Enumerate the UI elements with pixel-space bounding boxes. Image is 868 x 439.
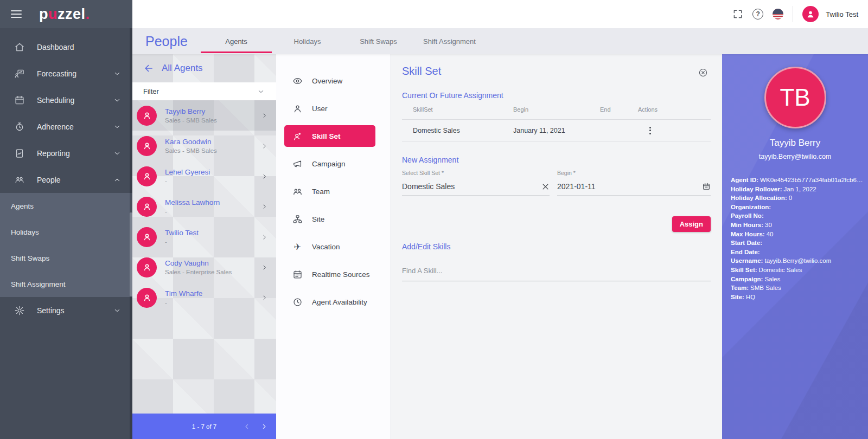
profile-field-organization: Organization: — [731, 203, 864, 212]
profile-field-campaign: Campaign:Sales — [731, 275, 864, 284]
topbar: ? Twilio Test — [132, 0, 868, 28]
page-title: People — [145, 34, 189, 49]
table-row: Domestic Sales January 11, 2021 — [402, 119, 711, 141]
detail-nav-user[interactable]: User — [276, 95, 391, 122]
agent-list-item[interactable]: Tim Wharfe- — [132, 282, 276, 313]
assignment-table: SkillSet Begin End Actions Domestic Sale… — [402, 100, 711, 141]
profile-field-min-hours: Min Hours:30 — [731, 221, 864, 230]
select-skill-set-field: Select Skill Set * — [402, 170, 550, 196]
chevron-right-icon — [260, 142, 269, 150]
tab-shift-swaps[interactable]: Shift Swaps — [343, 28, 414, 54]
find-skill-input[interactable] — [402, 267, 711, 275]
pagination-prev-icon[interactable] — [242, 422, 251, 431]
agent-list-item[interactable]: Twilio Test- — [132, 222, 276, 252]
chevron-down-icon — [113, 122, 122, 131]
detail-nav-team[interactable]: Team — [276, 178, 391, 205]
pagination-label: 1 - 7 of 7 — [132, 423, 276, 430]
agent-avatar-icon — [137, 197, 157, 217]
agent-profile-panel: TB Tayyib Berry tayyib.Berry@twilio.com … — [722, 54, 868, 439]
detail-nav-agent-availability[interactable]: Agent Availability — [276, 288, 391, 316]
filter-dropdown[interactable]: Filter — [132, 82, 276, 100]
chevron-right-icon — [260, 172, 269, 180]
agent-list-panel: All Agents Filter Tayyib BerrySales - SM… — [132, 54, 276, 439]
profile-field-payroll-no: Payroll No: — [731, 211, 864, 221]
skill-search-field — [402, 266, 711, 281]
agent-list-item[interactable]: Tayyib BerrySales - SMB Sales — [132, 100, 276, 131]
gear-icon — [14, 305, 25, 316]
logo-bar: puzzel. — [0, 0, 132, 28]
clear-selection-icon[interactable] — [541, 183, 550, 191]
sidebar-subitem-holidays[interactable]: Holidays — [0, 219, 132, 245]
close-icon[interactable] — [698, 68, 708, 78]
agent-avatar-icon — [137, 288, 157, 308]
add-edit-skills-title: Add/Edit Skills — [402, 242, 711, 251]
topbar-username[interactable]: Twilio Test — [826, 10, 858, 18]
chevron-down-icon — [113, 149, 122, 158]
profile-name: Tayyib Berry — [770, 138, 821, 149]
tab-shift-assignment[interactable]: Shift Assignment — [414, 28, 485, 54]
profile-field-max-hours: Max Hours:40 — [731, 230, 864, 239]
agent-list-item[interactable]: Kara GoodwinSales - SMB Sales — [132, 131, 276, 161]
tab-holidays[interactable]: Holidays — [272, 28, 343, 54]
detail-nav-realtime-sources[interactable]: Realtime Sources — [276, 261, 391, 288]
calendar-picker-icon[interactable] — [702, 182, 711, 191]
agent-list-item[interactable]: Melissa Lawhorn- — [132, 191, 276, 222]
sidebar-item-forecasting[interactable]: Forecasting — [0, 60, 132, 87]
sidebar-item-dashboard[interactable]: Dashboard — [0, 34, 132, 60]
main-area: ? Twilio Test People Agents Holidays Shi… — [132, 0, 868, 439]
language-flag-icon[interactable] — [773, 9, 783, 20]
report-document-icon — [14, 148, 25, 159]
sidebar-subitem-shift-assignment[interactable]: Shift Assignment — [0, 271, 132, 297]
chevron-down-icon — [113, 69, 122, 78]
user-avatar[interactable] — [802, 6, 819, 22]
help-icon[interactable]: ? — [752, 9, 763, 20]
agent-list: Tayyib BerrySales - SMB Sales Kara Goodw… — [132, 100, 276, 414]
pagination-next-icon[interactable] — [260, 422, 269, 431]
fullscreen-icon[interactable] — [732, 9, 743, 20]
sidebar-subitem-agents[interactable]: Agents — [0, 193, 132, 219]
agent-list-item[interactable]: Lehel Gyeresi- — [132, 161, 276, 191]
page-tabbar: People Agents Holidays Shift Swaps Shift… — [132, 28, 868, 54]
detail-nav-site[interactable]: Site — [276, 205, 391, 233]
agent-panel-header: All Agents — [132, 54, 276, 82]
detail-nav-overview[interactable]: Overview — [276, 67, 391, 95]
agent-detail-nav: Overview User Skill Set Campaign Team Si… — [276, 54, 391, 439]
chevron-up-icon — [113, 176, 122, 184]
team-icon — [292, 186, 303, 197]
new-assignment-form: Select Skill Set * Begin * — [402, 170, 711, 196]
tab-agents[interactable]: Agents — [201, 28, 272, 54]
clock-icon — [292, 297, 303, 307]
agent-list-item[interactable]: Cody VaughnSales - Enterprise Sales — [132, 252, 276, 282]
row-actions-kebab-icon[interactable] — [648, 125, 653, 136]
select-skill-set-input[interactable] — [402, 182, 541, 191]
select-skill-set-label: Select Skill Set * — [402, 170, 550, 176]
sidebar: puzzel. Dashboard Forecasting Scheduling… — [0, 0, 132, 439]
megaphone-icon — [292, 159, 303, 169]
pagination-bar: 1 - 7 of 7 — [132, 414, 276, 439]
sidebar-item-settings[interactable]: Settings — [0, 297, 132, 324]
home-icon — [14, 42, 25, 53]
assign-button[interactable]: Assign — [672, 216, 711, 232]
sidebar-nav: Dashboard Forecasting Scheduling Adheren… — [0, 28, 132, 439]
org-chart-icon — [292, 214, 303, 224]
skill-set-panel: Skill Set Current Or Future Assignment S… — [391, 54, 722, 439]
detail-nav-skill-set[interactable]: Skill Set — [276, 122, 391, 150]
sidebar-item-people[interactable]: People — [0, 166, 132, 193]
detail-nav-vacation[interactable]: ✈ Vacation — [276, 233, 391, 261]
back-arrow-icon[interactable] — [143, 63, 154, 74]
hamburger-menu-icon[interactable] — [11, 10, 22, 18]
skill-set-icon — [292, 131, 303, 141]
skill-set-title: Skill Set — [402, 65, 711, 78]
sidebar-item-scheduling[interactable]: Scheduling — [0, 87, 132, 113]
sidebar-subitem-shift-swaps[interactable]: Shift Swaps — [0, 245, 132, 271]
content-row: All Agents Filter Tayyib BerrySales - SM… — [132, 54, 868, 439]
detail-nav-campaign[interactable]: Campaign — [276, 150, 391, 178]
profile-field-agent-id: Agent ID:WK0e45423b5777a34fab01a2fcb60bf… — [731, 176, 864, 185]
chevron-right-icon — [260, 112, 269, 120]
sidebar-item-reporting[interactable]: Reporting — [0, 140, 132, 166]
tabs: Agents Holidays Shift Swaps Shift Assign… — [201, 28, 485, 54]
begin-date-input[interactable] — [557, 182, 702, 191]
chevron-down-icon — [257, 87, 265, 96]
chevron-down-icon — [113, 306, 122, 315]
sidebar-item-adherence[interactable]: Adherence — [0, 113, 132, 140]
